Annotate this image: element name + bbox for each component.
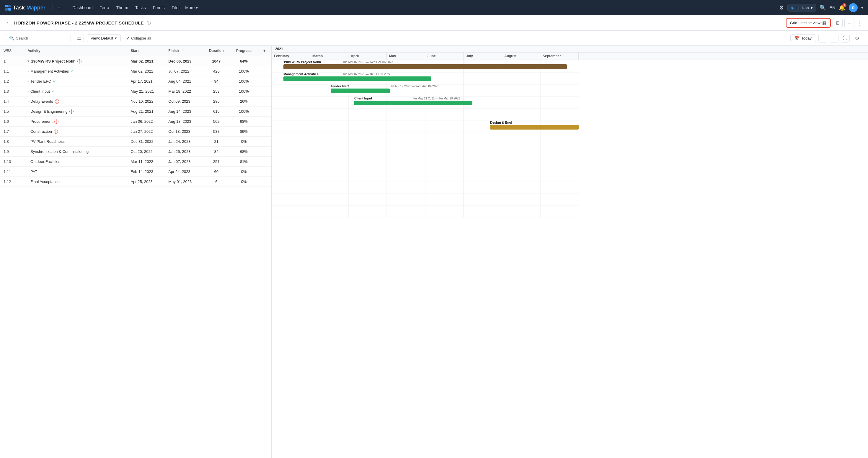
settings-icon[interactable]: ⚙ <box>779 4 784 11</box>
cell-add <box>257 56 271 66</box>
user-avatar[interactable]: R <box>849 3 858 12</box>
search-icon: 🔍 <box>9 36 14 40</box>
avatar-chevron-icon[interactable]: ▾ <box>861 6 863 10</box>
cell-add <box>257 66 271 76</box>
cell-finish: Jan 07, 2023 <box>165 157 203 167</box>
cell-finish: Jan 24, 2023 <box>165 137 203 147</box>
fullscreen-button[interactable]: ⛶ <box>841 34 850 42</box>
more-options-button[interactable]: ⋮ <box>856 20 862 27</box>
expand-chevron-icon[interactable]: › <box>27 170 29 173</box>
expand-chevron-icon[interactable]: ▾ <box>27 59 29 63</box>
nav-dashboard[interactable]: Dashboard <box>70 4 95 11</box>
search-icon[interactable]: 🔍 <box>819 4 826 11</box>
expand-chevron-icon[interactable]: › <box>27 100 29 103</box>
expand-chevron-icon[interactable]: › <box>27 130 29 133</box>
list-view-button[interactable]: ≡ <box>844 18 855 28</box>
table-view-button[interactable]: ⊞ <box>833 18 843 28</box>
add-column-icon[interactable]: + <box>264 49 266 53</box>
cell-wbs: 1.10 <box>0 157 24 167</box>
cell-wbs: 1.7 <box>0 127 24 137</box>
col-add[interactable]: + <box>257 46 271 56</box>
table-row: 1.11 › PAT Feb 14, 2023 Apr 24, 2023 60 … <box>0 167 271 177</box>
cell-start: Apr 17, 2021 <box>127 76 165 87</box>
gantt-area: 2021 FebruaryMarchAprilMayJuneJulyAugust… <box>272 46 868 458</box>
page-title: HORIZON POWER PHASE - 2 225MW PROJECT SC… <box>14 20 144 25</box>
expand-chevron-icon[interactable]: › <box>27 90 29 93</box>
cell-activity: › Management Activities ✓ <box>24 66 127 76</box>
cell-progress: 100% <box>230 87 257 97</box>
cell-activity: › Delay Events ! <box>24 97 127 106</box>
svg-text:Client Input: Client Input <box>354 97 372 100</box>
app-logo[interactable]: TaskMapper <box>5 4 45 11</box>
nav-tasks[interactable]: Tasks <box>133 4 148 11</box>
nav-divider-2 <box>65 4 65 11</box>
schedule-table: WBS Activity Start Finish Duration Progr… <box>0 46 272 458</box>
notifications-button[interactable]: 🔔 1 <box>839 4 845 11</box>
cell-wbs: 1.8 <box>0 137 24 147</box>
gantt-month-cell: February <box>272 53 310 60</box>
activity-name: Management Activities <box>30 69 69 73</box>
cell-duration: 616 <box>203 106 230 117</box>
zoom-in-button[interactable]: + <box>830 34 838 42</box>
back-button[interactable]: ← <box>6 20 11 26</box>
horizon-icon: ◈ <box>790 5 794 10</box>
nav-divider-1 <box>53 4 53 11</box>
view-select[interactable]: View: Default ▾ <box>87 34 121 42</box>
view-select-label: View: Default <box>91 36 113 40</box>
view-controls: Grid-timeline view ▦ ⊞ ≡ ⋮ <box>786 18 862 28</box>
expand-chevron-icon[interactable]: › <box>27 160 29 163</box>
status-warn-icon: ! <box>55 99 59 104</box>
cell-activity: › Synchronization & Commissioning <box>24 147 127 157</box>
svg-text:Tender EPC: Tender EPC <box>331 85 349 88</box>
grid-timeline-view-button[interactable]: Grid-timeline view ▦ <box>786 18 831 28</box>
nav-forms[interactable]: Forms <box>151 4 167 11</box>
nav-files[interactable]: Files <box>169 4 183 11</box>
cell-add <box>257 177 271 187</box>
expand-chevron-icon[interactable]: › <box>27 150 29 154</box>
gantt-svg: 190MW RS Project NokhTue Mar 02 2021 — W… <box>272 60 579 218</box>
status-warn-icon: ! <box>54 130 58 134</box>
cell-add <box>257 147 271 157</box>
nav-more-menu[interactable]: More ▾ <box>185 5 198 10</box>
collapse-all-button[interactable]: ⤢ Collapse all <box>124 35 153 42</box>
table-settings-button[interactable]: ⚙ <box>852 33 862 43</box>
expand-chevron-icon[interactable]: › <box>27 110 29 113</box>
horizon-chevron-icon: ▾ <box>811 6 813 10</box>
cell-duration: 537 <box>203 127 230 137</box>
top-navigation: TaskMapper ⌂ Dashboard Terra Therm Tasks… <box>0 0 868 15</box>
home-icon[interactable]: ⌂ <box>58 5 61 10</box>
info-icon[interactable]: ⓘ <box>147 20 151 26</box>
table-row: 1 ▾ 190MW RS Project Nokh ! Mar 02, 2021… <box>0 56 271 66</box>
zoom-out-button[interactable]: − <box>818 34 827 42</box>
filter-button[interactable]: ⚌ <box>74 33 84 43</box>
activity-name: Design & Engineering <box>30 109 68 113</box>
cell-duration: 21 <box>203 137 230 147</box>
today-label: Today <box>801 36 812 40</box>
cell-start: Apr 25, 2023 <box>127 177 165 187</box>
nav-terra[interactable]: Terra <box>97 4 112 11</box>
expand-chevron-icon[interactable]: › <box>27 120 29 123</box>
expand-chevron-icon[interactable]: › <box>27 140 29 143</box>
today-button[interactable]: 📅 Today <box>790 34 816 42</box>
gantt-month-cell: September <box>540 53 579 60</box>
nav-more-label: More <box>185 5 194 10</box>
expand-chevron-icon[interactable]: › <box>27 180 29 184</box>
search-input[interactable] <box>16 36 68 40</box>
gantt-month-cell: April <box>348 53 387 60</box>
expand-chevron-icon[interactable]: › <box>27 80 29 83</box>
plus-icon: + <box>833 35 835 41</box>
cell-add <box>257 97 271 106</box>
language-selector[interactable]: EN <box>830 5 835 10</box>
cell-progress: 89% <box>230 127 257 137</box>
cell-finish: Mar 18, 2022 <box>165 87 203 97</box>
table-row: 1.3 › Client Input ✓ May 21, 2021 Mar 18… <box>0 87 271 97</box>
horizon-selector[interactable]: ◈ Horizon ▾ <box>787 4 816 11</box>
cell-start: Nov 10, 2022 <box>127 97 165 106</box>
gear-icon: ⚙ <box>855 35 859 41</box>
nav-therm[interactable]: Therm <box>114 4 130 11</box>
cell-progress: 0% <box>230 167 257 177</box>
search-box[interactable]: 🔍 <box>6 34 71 42</box>
expand-chevron-icon[interactable]: › <box>27 70 29 73</box>
col-finish: Finish <box>165 46 203 56</box>
cell-add <box>257 87 271 97</box>
